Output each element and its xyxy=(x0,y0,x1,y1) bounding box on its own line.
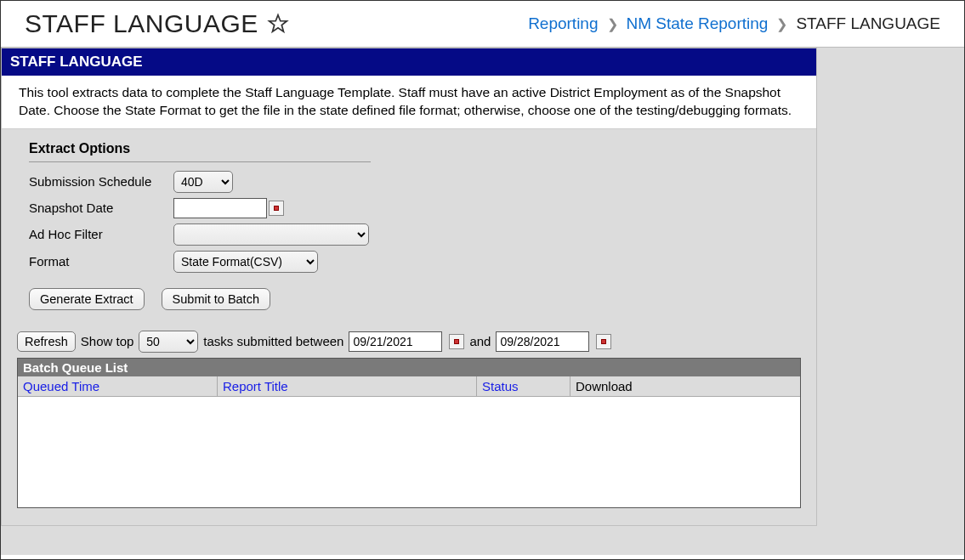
chevron-right-icon: ❯ xyxy=(607,16,618,32)
label-and: and xyxy=(469,334,491,348)
breadcrumb-current: STAFF LANGUAGE xyxy=(796,14,940,33)
batch-queue-body xyxy=(18,397,800,507)
row-submission-schedule: Submission Schedule 40D xyxy=(29,171,798,193)
label-show-top: Show top xyxy=(81,334,134,348)
input-date-to[interactable] xyxy=(496,331,589,352)
breadcrumb: Reporting ❯ NM State Reporting ❯ STAFF L… xyxy=(528,14,940,33)
batch-queue-list: Batch Queue List Queued Time Report Titl… xyxy=(17,358,801,508)
extract-options-title: Extract Options xyxy=(29,141,371,162)
refresh-button[interactable]: Refresh xyxy=(17,331,76,352)
label-adhoc-filter: Ad Hoc Filter xyxy=(29,227,173,241)
row-adhoc-filter: Ad Hoc Filter xyxy=(29,223,798,246)
col-download: Download xyxy=(570,376,800,396)
chevron-right-icon: ❯ xyxy=(776,16,787,32)
submit-to-batch-button[interactable]: Submit to Batch xyxy=(162,288,270,310)
row-snapshot-date: Snapshot Date xyxy=(29,198,798,218)
favorite-star-icon[interactable] xyxy=(267,13,289,35)
report-panel: STAFF LANGUAGE This tool extracts data t… xyxy=(1,48,817,526)
calendar-icon[interactable] xyxy=(269,201,284,216)
batch-queue-header: Queued Time Report Title Status Download xyxy=(18,376,800,397)
page-title: STAFF LANGUAGE xyxy=(25,9,258,38)
col-report-title[interactable]: Report Title xyxy=(218,376,477,396)
select-format[interactable]: State Format(CSV) xyxy=(173,251,318,273)
label-format: Format xyxy=(29,254,173,269)
row-format: Format State Format(CSV) xyxy=(29,251,798,273)
col-status[interactable]: Status xyxy=(477,376,570,396)
app-frame: STAFF LANGUAGE Reporting ❯ NM State Repo… xyxy=(0,0,965,560)
calendar-icon[interactable] xyxy=(449,334,464,349)
col-queued-time[interactable]: Queued Time xyxy=(18,376,218,396)
extract-options: Extract Options Submission Schedule 40D … xyxy=(2,129,816,325)
label-tasks-between: tasks submitted between xyxy=(203,334,343,348)
label-snapshot-date: Snapshot Date xyxy=(29,201,173,215)
svg-marker-0 xyxy=(270,15,287,32)
top-bar: STAFF LANGUAGE Reporting ❯ NM State Repo… xyxy=(1,1,964,48)
generate-extract-button[interactable]: Generate Extract xyxy=(29,288,145,310)
breadcrumb-link-state[interactable]: NM State Reporting xyxy=(627,14,769,33)
label-submission-schedule: Submission Schedule xyxy=(29,174,173,189)
workarea: STAFF LANGUAGE This tool extracts data t… xyxy=(1,48,964,555)
input-date-from[interactable] xyxy=(349,331,442,352)
input-snapshot-date[interactable] xyxy=(173,198,267,218)
select-submission-schedule[interactable]: 40D xyxy=(173,171,233,193)
select-show-top[interactable]: 50 xyxy=(139,331,198,353)
batch-filter-row: Refresh Show top 50 tasks submitted betw… xyxy=(2,325,816,358)
action-button-row: Generate Extract Submit to Batch xyxy=(29,288,798,310)
panel-description: This tool extracts data to complete the … xyxy=(2,76,816,129)
breadcrumb-link-reporting[interactable]: Reporting xyxy=(528,14,598,33)
select-adhoc-filter[interactable] xyxy=(173,223,369,246)
page-title-wrap: STAFF LANGUAGE xyxy=(25,9,289,38)
batch-queue-title: Batch Queue List xyxy=(18,359,800,376)
calendar-icon[interactable] xyxy=(596,334,611,349)
panel-title: STAFF LANGUAGE xyxy=(2,48,816,76)
